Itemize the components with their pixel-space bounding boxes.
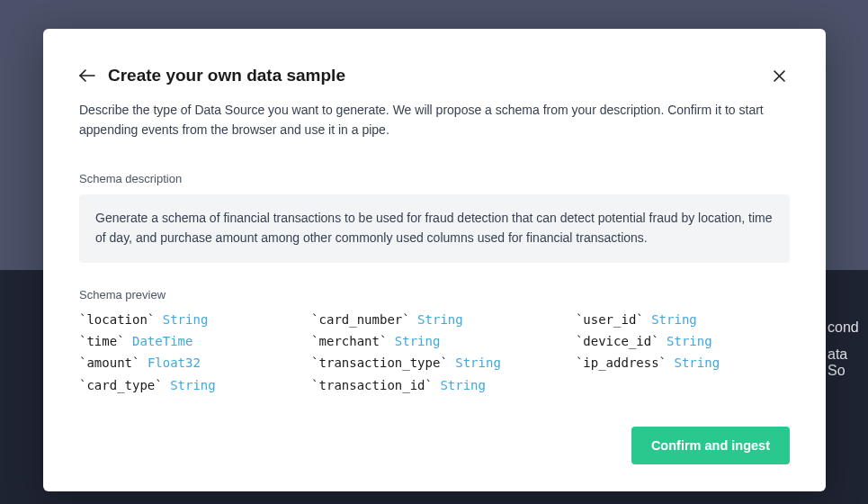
schema-field: `card_number` String <box>311 310 558 328</box>
schema-field: `device_id` String <box>576 332 790 350</box>
modal-create-data-sample: Create your own data sample Describe the… <box>43 29 826 491</box>
modal-header: Create your own data sample <box>79 65 790 86</box>
schema-field: `location` String <box>79 310 293 328</box>
schema-field: `card_type` String <box>79 376 293 394</box>
schema-col-2: `card_number` String `merchant` String `… <box>311 310 558 394</box>
schema-preview-label: Schema preview <box>79 288 790 302</box>
schema-field: `time` DateTime <box>79 332 293 350</box>
modal-title: Create your own data sample <box>108 66 756 86</box>
schema-col-1: `location` String `time` DateTime `amoun… <box>79 310 293 394</box>
back-arrow-icon[interactable] <box>79 68 95 84</box>
schema-field: `transaction_id` String <box>311 376 558 394</box>
schema-field: `amount` Float32 <box>79 354 293 372</box>
modal-footer: Confirm and ingest <box>79 427 790 464</box>
schema-col-3: `user_id` String `device_id` String `ip_… <box>576 310 790 394</box>
schema-field: `user_id` String <box>576 310 790 328</box>
schema-field: `ip_address` String <box>576 354 790 372</box>
confirm-ingest-button[interactable]: Confirm and ingest <box>631 427 790 464</box>
modal-description: Describe the type of Data Source you wan… <box>79 101 790 140</box>
background-text-2: ata So <box>828 346 868 379</box>
schema-field: `merchant` String <box>311 332 558 350</box>
schema-description-box: Generate a schema of financial transacti… <box>79 194 790 262</box>
background-text-1: cond <box>828 320 859 336</box>
schema-description-label: Schema description <box>79 172 790 185</box>
schema-preview: `location` String `time` DateTime `amoun… <box>79 310 790 394</box>
schema-field: `transaction_type` String <box>311 354 558 372</box>
close-button[interactable] <box>768 65 790 86</box>
